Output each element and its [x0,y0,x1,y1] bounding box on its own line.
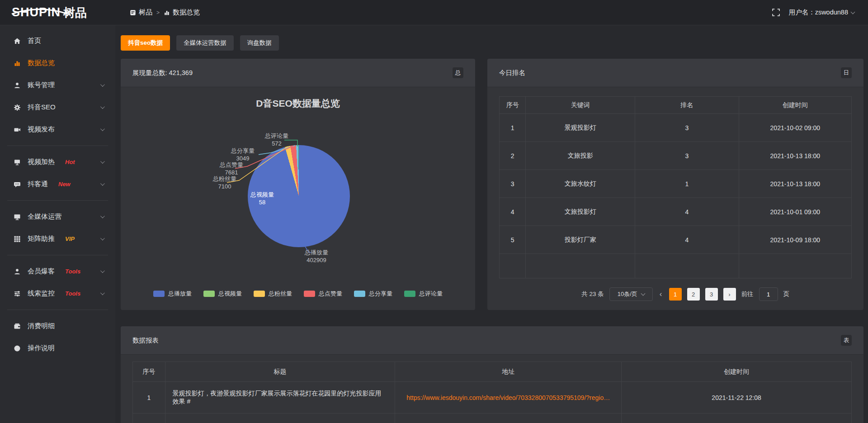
chevron-down-icon [100,214,105,218]
breadcrumb-current[interactable]: 数据总览 [164,8,200,17]
sidebar-item-media-ops[interactable]: 全媒体运营 [0,206,115,228]
total-view-badge[interactable]: 总 [453,67,463,78]
page-button-2[interactable]: 2 [687,288,700,301]
tab-inquiry-data[interactable]: 询盘数据 [240,35,279,51]
video-link[interactable]: https://www.iesdouyin.com/share/video/70… [406,394,610,401]
svg-text:?: ? [16,346,19,351]
cell-keyword: 文旅水纹灯 [526,170,635,198]
breadcrumb: 树品 > 数据总览 [130,8,200,17]
page-size-select[interactable]: 10条/页 [609,287,653,301]
chevron-down-icon [641,291,645,296]
goto-page-input[interactable] [759,287,778,301]
cell-created: 2021-10-13 18:00 [739,142,851,170]
sidebar-item-label: 操作说明 [28,344,55,352]
prev-page-button[interactable]: ‹ [658,290,664,299]
sidebar-item-label: 视频发布 [28,125,55,134]
page-button-1[interactable]: 1 [669,288,682,301]
chevron-down-icon [100,236,105,240]
pagination-total: 共 23 条 [581,290,604,298]
pie-label-plays: 总播放量 402909 [295,249,338,264]
tools-badge: Tools [65,290,80,297]
sidebar-item-video-publish[interactable]: 视频发布 [0,118,115,141]
bar-chart-icon [14,60,21,67]
user-menu[interactable]: 用户名：zswodun88 [789,8,854,17]
tab-douyin-seo-data[interactable]: 抖音seo数据 [121,35,170,51]
sidebar-item-consumption[interactable]: 消费明细 [0,315,115,337]
col-header-keyword: 关键词 [526,97,635,114]
pie-label-likes: 总点赞量 7681 [210,161,253,176]
next-page-button[interactable]: › [723,288,736,301]
col-header-title: 标题 [165,362,395,382]
sidebar-item-data-overview[interactable]: 数据总览 [0,52,115,74]
chart-title: D音SEO数据量总览 [121,97,475,110]
sidebar-item-douyin-seo[interactable]: 抖音SEO [0,96,115,118]
cell-rank: 4 [635,226,739,254]
sidebar-divider [7,310,108,310]
username-label: 用户名：zswodun88 [789,8,848,17]
table-view-badge[interactable]: 表 [841,335,852,346]
legend-item-fans[interactable]: 总粉丝量 [254,290,292,298]
legend-swatch [203,291,215,297]
sidebar-item-home[interactable]: 首页 [0,30,115,52]
chart-legend: 总播放量 总视频量 总粉丝量 总点赞量 [121,290,475,298]
daily-view-badge[interactable]: 日 [841,67,852,78]
legend-item-comments[interactable]: 总评论量 [404,290,443,298]
report-table-wrap: 序号 标题 地址 创建时间 1 景观投影灯，夜游景观投影灯厂家展示展示落花灯在花… [121,355,863,423]
cell-rank: 4 [635,198,739,226]
sliders-icon [14,290,21,297]
pie-label-fans: 总粉丝量 7100 [203,175,246,190]
cell-index: 3 [500,170,526,198]
home-icon [14,38,21,45]
logo: SHUPIN 树品 [0,6,115,19]
report-table: 序号 标题 地址 创建时间 1 景观投影灯，夜游景观投影灯厂家展示展示落花灯在花… [132,362,852,423]
heat-icon [14,159,21,166]
table-row: 1 景观投影灯 3 2021-10-02 09:00 [500,114,852,142]
gear-icon [14,104,21,111]
legend-item-shares[interactable]: 总分享量 [354,290,392,298]
sidebar-item-douketong[interactable]: 抖客通 New [0,173,115,195]
fullscreen-icon[interactable] [772,9,780,16]
col-header-index: 序号 [500,97,526,114]
chevron-down-icon [100,104,105,109]
cell-keyword: 投影灯厂家 [526,226,635,254]
chevron-down-icon [100,159,105,164]
sidebar-item-account[interactable]: 账号管理 [0,74,115,96]
cell-created: 2021-10-01 09:00 [739,198,851,226]
sidebar-divider [7,146,108,146]
legend-item-plays[interactable]: 总播放量 [153,290,192,298]
sidebar-item-label: 全媒体运营 [28,212,61,221]
table-row: 3 文旅水纹灯 1 2021-10-13 18:00 [500,170,852,198]
breadcrumb-root[interactable]: 树品 [130,8,152,17]
chevron-down-icon [851,9,855,14]
sidebar-item-member-leads[interactable]: 会员爆客 Tools [0,260,115,282]
sidebar-item-label: 视频加热 [28,158,55,166]
new-badge: New [58,181,71,188]
chevron-down-icon [100,181,105,186]
cell-index: 2 [500,142,526,170]
cell-keyword: 文旅投影 [526,142,635,170]
legend-swatch [404,291,415,297]
chevron-down-icon [100,82,105,87]
chat-icon [14,181,21,188]
main-content: 抖音seo数据 全媒体运营数据 询盘数据 展现量总数: 421,369 总 D音… [115,25,868,423]
legend-item-videos[interactable]: 总视频量 [203,290,242,298]
sidebar-item-clue-monitor[interactable]: 线索监控 Tools [0,282,115,305]
col-header-index: 序号 [133,362,165,382]
col-header-url: 地址 [395,362,622,382]
sidebar-item-instructions[interactable]: ? 操作说明 [0,337,115,359]
overview-card: 展现量总数: 421,369 总 D音SEO数据量总览 总评论量 572 [121,59,475,310]
legend-item-likes[interactable]: 总点赞量 [304,290,342,298]
chevron-down-icon [100,127,105,131]
tab-media-ops-data[interactable]: 全媒体运营数据 [176,35,234,51]
cell-rank: 3 [635,114,739,142]
table-header-row: 序号 标题 地址 创建时间 [133,362,852,382]
sidebar: 首页 数据总览 账号管理 [0,25,115,423]
page-button-3[interactable]: 3 [705,288,718,301]
sidebar-item-matrix-boost[interactable]: 矩阵助推 VIP [0,228,115,250]
report-card-header: 数据报表 表 [121,326,863,355]
sidebar-item-video-heat[interactable]: 视频加热 Hot [0,151,115,173]
wallet-icon [14,323,21,330]
sidebar-item-label: 首页 [28,37,41,45]
legend-swatch [304,291,315,297]
cell-created: 2021-10-13 18:00 [739,170,851,198]
